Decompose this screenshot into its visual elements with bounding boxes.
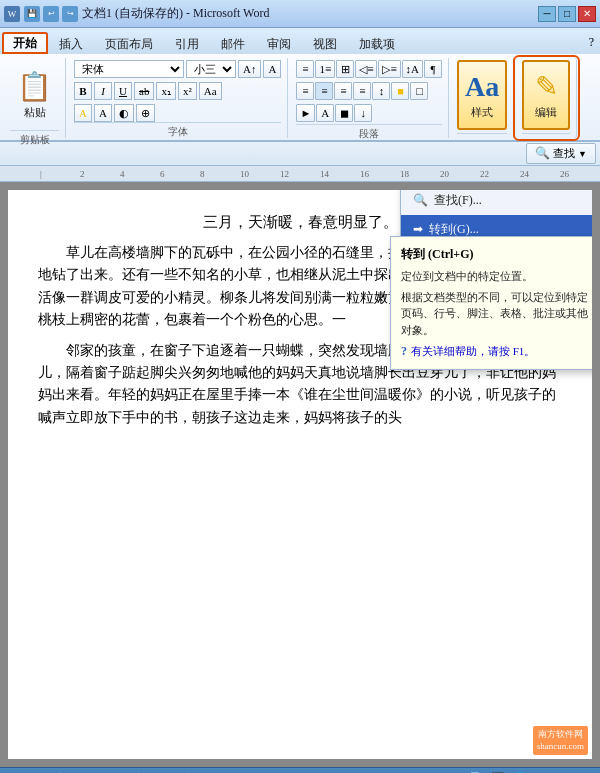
align-left-button[interactable]: ≡ [296,82,314,100]
title-bar: W 💾 ↩ ↪ 文档1 (自动保存的) - Microsoft Word ─ □… [0,0,600,28]
highlight-button[interactable]: A [74,104,92,122]
paragraph-group: ≡ 1≡ ⊞ ◁≡ ▷≡ ↕A ¶ ≡ ≡ ≡ ≡ ↕ ■ □ ► A ◼ [290,58,449,138]
increase-font-button[interactable]: A [263,60,281,78]
sort-button[interactable]: ↕A [402,60,423,78]
edit-button[interactable]: ✎ 编辑 [522,60,570,130]
ruler-mark-4: 6 [160,169,165,179]
window-title: 文档1 (自动保存的) - Microsoft Word [82,5,269,22]
tooltip-help-text[interactable]: 有关详细帮助，请按 F1。 [411,343,535,361]
tab-references[interactable]: 引用 [164,32,210,54]
ribbon: 📋 粘贴 剪贴板 宋体 小三 A↑ A B I U ab [0,54,600,142]
border-button[interactable]: □ [410,82,428,100]
tab-view[interactable]: 视图 [302,32,348,54]
superscript-button[interactable]: x² [178,82,197,100]
find-chevron: ▼ [578,149,587,159]
edit-label: 编辑 [535,105,557,120]
style-content: Aa 样式 [457,60,507,133]
tooltip-line1: 定位到文档中的特定位置。 [401,268,589,285]
font-row-2: B I U ab x₁ x² Aa [74,82,281,100]
subscript-button[interactable]: x₁ [156,82,176,100]
ruler-mark-13: 24 [520,169,529,179]
para-extra3[interactable]: ◼ [335,104,353,122]
tab-review[interactable]: 审阅 [256,32,302,54]
paste-label: 粘贴 [24,105,46,120]
maximize-button[interactable]: □ [558,6,576,22]
multilevel-button[interactable]: ⊞ [336,60,354,78]
show-formatting-button[interactable]: ¶ [424,60,442,78]
underline-button[interactable]: U [114,82,132,100]
para-extra2[interactable]: A [316,104,334,122]
edit-icon: ✎ [535,70,558,103]
quick-access-toolbar: 💾 ↩ ↪ [24,6,78,22]
align-center-button[interactable]: ≡ [315,82,333,100]
increase-indent-button[interactable]: ▷≡ [378,60,400,78]
ruler-mark-7: 12 [280,169,289,179]
ruler-mark-3: 4 [120,169,125,179]
find-icon: 🔍 [535,146,550,161]
help-button[interactable]: ? [583,31,600,54]
decrease-indent-button[interactable]: ◁≡ [355,60,377,78]
watermark: 南方软件网 shancun.com [533,726,588,755]
bold-button[interactable]: B [74,82,92,100]
fill-color-button[interactable]: ■ [391,82,409,100]
minimize-button[interactable]: ─ [538,6,556,22]
ruler-mark-12: 22 [480,169,489,179]
align-right-button[interactable]: ≡ [334,82,352,100]
ruler-mark-2: 2 [80,169,85,179]
document-area[interactable]: 三月，天渐暖，春意明显了。 草儿在高楼墙脚下的瓦砾中，在公园小径的石缝里，扭了个… [0,182,600,767]
tab-addins[interactable]: 加载项 [348,32,406,54]
style-icon: Aa [465,71,499,103]
italic-button[interactable]: I [94,82,112,100]
strikethrough-button[interactable]: ab [134,82,154,100]
close-button[interactable]: ✕ [578,6,596,22]
paste-button[interactable]: 📋 粘贴 [10,60,59,130]
tab-mailings[interactable]: 邮件 [210,32,256,54]
clipboard-group: 📋 粘贴 剪贴板 [4,58,66,138]
font-bg-button[interactable]: ◐ [114,104,134,122]
tooltip-box: 转到 (Ctrl+G) 定位到文档中的特定位置。 根据文档类型的不同，可以定位到… [390,236,592,370]
find-menu-icon: 🔍 [413,191,428,210]
watermark-line1: 南方软件网 [538,729,583,739]
undo-icon[interactable]: ↩ [43,6,59,22]
ribbon-tabs: 开始 插入 页面布局 引用 邮件 审阅 视图 加载项 ? [0,28,600,54]
ruler-mark-8: 14 [320,169,329,179]
app-icon: W [4,6,20,22]
edit-group-label [522,133,570,136]
para-row-3: ► A ◼ ↓ [296,104,442,122]
line-spacing-button[interactable]: ↕ [372,82,390,100]
tab-home[interactable]: 开始 [2,32,48,54]
font-label: 字体 [74,122,281,139]
tab-pagelayout[interactable]: 页面布局 [94,32,164,54]
numbering-button[interactable]: 1≡ [315,60,335,78]
ruler-mark-14: 26 [560,169,569,179]
para-extra4[interactable]: ↓ [354,104,372,122]
find-bar-button[interactable]: 🔍 查找 ▼ [526,143,596,164]
ruler-mark-11: 20 [440,169,449,179]
para-row-2: ≡ ≡ ≡ ≡ ↕ ■ □ [296,82,442,100]
ruler-mark-6: 10 [240,169,249,179]
font-name-select[interactable]: 宋体 [74,60,184,78]
para-extra1[interactable]: ► [296,104,315,122]
clear-format-button[interactable]: A↑ [238,60,261,78]
clipboard-content: 📋 粘贴 [10,60,59,130]
document-page[interactable]: 三月，天渐暖，春意明显了。 草儿在高楼墙脚下的瓦砾中，在公园小径的石缝里，扭了个… [8,190,592,759]
tab-insert[interactable]: 插入 [48,32,94,54]
bullets-button[interactable]: ≡ [296,60,314,78]
font-color-button[interactable]: A [94,104,112,122]
tooltip-title: 转到 (Ctrl+G) [401,245,589,264]
font-extra1[interactable]: ⊕ [136,104,155,122]
style-group: Aa 样式 [451,58,514,138]
save-icon[interactable]: 💾 [24,6,40,22]
ruler-mark-1: | [40,169,42,179]
change-case-button[interactable]: Aa [199,82,222,100]
title-bar-left: W 💾 ↩ ↪ 文档1 (自动保存的) - Microsoft Word [4,5,269,22]
style-label: 样式 [471,105,493,120]
window-controls[interactable]: ─ □ ✕ [538,6,596,22]
style-button[interactable]: Aa 样式 [457,60,507,130]
ruler-mark-10: 18 [400,169,409,179]
font-size-select[interactable]: 小三 [186,60,236,78]
find-menu-item[interactable]: 🔍 查找(F)... [401,190,592,215]
justify-button[interactable]: ≡ [353,82,371,100]
paragraph-label: 段落 [296,124,442,141]
redo-icon[interactable]: ↪ [62,6,78,22]
